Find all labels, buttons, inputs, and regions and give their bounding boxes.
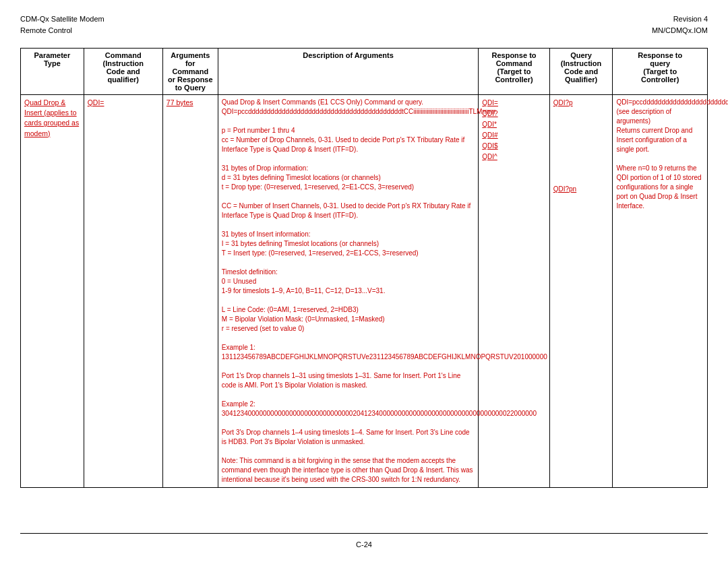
col-header-desc: Description of Arguments — [218, 49, 479, 95]
desc-p8: Example 1: 131123456789ABCDEFGHIJKLMNOPQ… — [222, 343, 475, 362]
col-header-resp-cmd: Response toCommand(Target toController) — [479, 49, 549, 95]
response-cmd-cell: QDI= QDI? QDI* QDI# QDI$ QDI^ — [479, 95, 549, 488]
desc-p5: 31 bytes of Insert information: I = 31 b… — [222, 230, 475, 258]
header-right: Revision 4 MN/CDMQx.IOM — [652, 13, 708, 36]
table-header-row: ParameterType Command(InstructionCode an… — [21, 49, 708, 95]
col-header-param: ParameterType — [21, 49, 84, 95]
resp-query-p2: Where n=0 to 9 returns the QDI portion o… — [616, 164, 704, 211]
desc-p7: L = Line Code: (0=AMI, 1=reserved, 2=HDB… — [222, 305, 475, 334]
desc-p3: 31 bytes of Drop information: d = 31 byt… — [222, 164, 475, 192]
desc-p9: Port 1's Drop channels 1–31 using timesl… — [222, 371, 475, 390]
param-type-link[interactable]: Quad Drop & Insert (applies to cards gro… — [24, 98, 79, 137]
desc-p6: Timeslot definition: 0 = Unused 1-9 for … — [222, 268, 475, 296]
desc-p11: Port 3's Drop channels 1–4 using timeslo… — [222, 428, 475, 447]
resp-qdi3[interactable]: QDI* — [482, 121, 497, 128]
query-qdip[interactable]: QDI?p — [553, 99, 573, 106]
resp-qdi5[interactable]: QDI$ — [482, 142, 497, 150]
header-revision: Revision 4 — [652, 13, 708, 25]
header-left: CDM-Qx Satellite Modem Remote Control — [20, 13, 104, 36]
response-query-cell: QDI=pccddddddddddddddddddddddddddddddddd… — [613, 95, 708, 488]
resp-qdi1[interactable]: QDI= — [482, 99, 498, 106]
page-footer: C-24 — [20, 533, 708, 549]
desc-p10: Example 2: 30412340000000000000000000000… — [222, 400, 475, 418]
resp-qdi6[interactable]: QDI^ — [482, 153, 497, 160]
col-header-query: Query(InstructionCode andQualifier) — [549, 49, 613, 95]
page-number: C-24 — [356, 540, 372, 549]
resp-qdi2[interactable]: QDI? — [482, 110, 497, 117]
page: CDM-Qx Satellite Modem Remote Control Re… — [0, 0, 728, 562]
command-link[interactable]: QDI= — [88, 98, 104, 106]
resp-qdi4[interactable]: QDI# — [482, 131, 497, 139]
main-table: ParameterType Command(InstructionCode an… — [20, 48, 708, 488]
header-title-line1: CDM-Qx Satellite Modem — [20, 13, 104, 25]
args-link[interactable]: 77 bytes — [166, 98, 193, 106]
header-doc-id: MN/CDMQx.IOM — [652, 25, 708, 36]
param-type-cell: Quad Drop & Insert (applies to cards gro… — [21, 95, 84, 488]
header-title-line2: Remote Control — [20, 25, 104, 36]
page-header: CDM-Qx Satellite Modem Remote Control Re… — [20, 13, 708, 36]
desc-p2: p = Port number 1 thru 4 cc = Number of … — [222, 126, 475, 154]
desc-p4: CC = Number of Insert Channels, 0-31. Us… — [222, 201, 475, 220]
command-cell: QDI= — [84, 95, 162, 488]
col-header-cmd: Command(InstructionCode andqualifier) — [84, 49, 162, 95]
arguments-cell: 77 bytes — [162, 95, 218, 488]
query-cell: QDI?p QDI?pn — [549, 95, 613, 488]
desc-p12: Note: This command is a bit forgiving in… — [222, 456, 475, 485]
col-header-resp-query: Response toquery(Target toController) — [613, 49, 708, 95]
query-qdipn[interactable]: QDI?pn — [553, 185, 576, 193]
description-cell: Quad Drop & Insert Commands (E1 CCS Only… — [218, 95, 479, 488]
desc-p1: Quad Drop & Insert Commands (E1 CCS Only… — [222, 98, 475, 117]
col-header-args: Argumentsfor Commandor Responseto Query — [162, 49, 218, 95]
table-row: Quad Drop & Insert (applies to cards gro… — [21, 95, 708, 488]
resp-query-p1: QDI=pccddddddddddddddddddddddddddddddddd… — [616, 98, 704, 154]
